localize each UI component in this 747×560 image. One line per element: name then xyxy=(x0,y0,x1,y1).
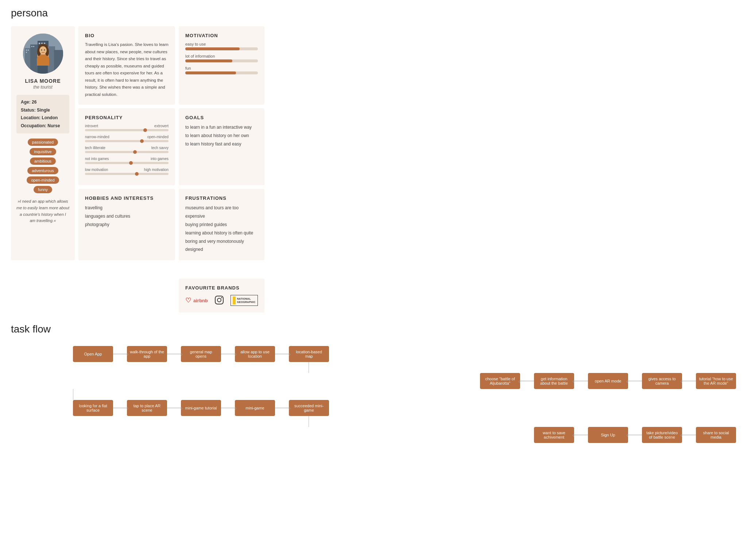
personality-card: PERSONALITY introvert extrovert narrow-m… xyxy=(78,108,175,185)
status-label: Status: xyxy=(21,108,36,113)
slider-right-label: into games xyxy=(151,157,169,161)
slider-left-label: low motivation xyxy=(85,168,108,172)
motivation-card: MOTIVATION easy to use lot of informatio… xyxy=(179,26,264,105)
flow-box[interactable]: mini-game tutorial xyxy=(181,400,221,416)
motivation-bar-bg xyxy=(185,47,258,50)
motivation-bars: easy to use lot of information fun xyxy=(185,42,258,74)
svg-point-23 xyxy=(44,50,45,51)
flow-box[interactable]: general map opens xyxy=(181,346,221,362)
flow-box[interactable]: share to social media xyxy=(696,427,736,443)
svg-point-22 xyxy=(41,50,42,51)
brands-logos: ♡ airbnb NATIONALGEOGRAPHIC xyxy=(185,295,258,306)
flow-box[interactable]: location-based map xyxy=(289,346,329,362)
profile-tag: ambitious xyxy=(30,158,56,165)
motivation-bar-fill xyxy=(185,59,232,62)
airbnb-text: airbnb xyxy=(193,298,208,303)
natgeo-logo: NATIONALGEOGRAPHIC xyxy=(231,295,258,306)
flow-arrow: ‹ xyxy=(520,381,534,381)
flow-box[interactable]: gives access to camera xyxy=(642,373,682,389)
age-value: 26 xyxy=(32,100,36,105)
taskflow-row-1: Open App›walk-through of the app›general… xyxy=(73,346,736,443)
slider-track xyxy=(85,162,169,164)
profile-card: LISA MOORE the tourist Age: 26 Status: S… xyxy=(11,26,75,260)
brands-card: FAVOURITE BRANDS ♡ airbnb NATIONALGEOGRA… xyxy=(179,279,264,312)
motivation-bar-fill xyxy=(185,47,240,50)
flow-arrow: › xyxy=(113,354,127,354)
flow-box[interactable]: open AR mode xyxy=(588,373,628,389)
avatar xyxy=(23,34,63,74)
flow-arrow: › xyxy=(221,408,235,408)
flow-box[interactable]: tap to place AR scene xyxy=(127,400,167,416)
airbnb-logo: ♡ airbnb xyxy=(185,296,208,304)
flow-box[interactable]: allow app to use location xyxy=(235,346,275,362)
flow-box[interactable]: choose "battle of Aljubarotta" xyxy=(480,373,520,389)
slider-track xyxy=(85,151,169,153)
flow-box[interactable]: looking for a flat surface xyxy=(73,400,113,416)
slider-right-label: high motivation xyxy=(144,168,169,172)
svg-rect-5 xyxy=(54,50,63,74)
flow-arrow: › xyxy=(275,354,289,354)
frustrations-items: museums and tours are too expensivebuyin… xyxy=(185,204,258,254)
personality-slider: tech illiterate tech savvy xyxy=(85,146,169,153)
motivation-bar-fill xyxy=(185,71,236,74)
natgeo-text: NATIONALGEOGRAPHIC xyxy=(237,297,256,304)
frustrations-title: FRUSTRATIONS xyxy=(185,195,258,201)
slider-right-label: tech savvy xyxy=(151,146,169,150)
goal-item: to learn about history on her own xyxy=(185,132,258,140)
profile-info: Age: 26 Status: Single Location: London … xyxy=(16,95,69,133)
personality-slider: not into games into games xyxy=(85,157,169,164)
motivation-title: MOTIVATION xyxy=(185,33,258,38)
svg-rect-21 xyxy=(37,58,49,66)
hobbies-title: HOBBIES AND INTERESTS xyxy=(85,195,169,201)
slider-left-label: tech illiterate xyxy=(85,146,105,150)
svg-rect-7 xyxy=(28,50,29,51)
flow-box[interactable]: walk-through of the app xyxy=(127,346,167,362)
slider-right-label: open-minded xyxy=(147,135,169,139)
flow-arrow: ‹ xyxy=(574,381,588,381)
profile-tag: funny xyxy=(34,186,52,193)
status-value: Single xyxy=(37,108,50,113)
frustration-item: buying printed guides xyxy=(185,221,258,229)
svg-rect-6 xyxy=(26,50,27,51)
profile-tag: adventurous xyxy=(27,167,58,174)
persona-quote: »I need an app which allows me to easily… xyxy=(16,198,69,224)
age-label: Age: xyxy=(21,100,31,105)
svg-point-25 xyxy=(217,298,221,302)
flow-arrow: ‹ xyxy=(682,381,696,381)
flow-box[interactable]: take picture/video of battle scene xyxy=(642,427,682,443)
goals-items: to learn in a fun an interactive wayto l… xyxy=(185,123,258,148)
bio-title: BIO xyxy=(85,33,169,38)
slider-left-label: introvert xyxy=(85,124,98,128)
hobby-item: photography xyxy=(85,221,169,229)
personality-slider: narrow-minded open-minded xyxy=(85,135,169,142)
airbnb-icon: ♡ xyxy=(185,296,191,304)
flow-box[interactable]: succeeded mini-game xyxy=(289,400,329,416)
flow-arrow: › xyxy=(113,408,127,408)
vert-connector-1 xyxy=(309,362,309,373)
profile-tag: passionated xyxy=(28,139,58,146)
location-label: Location: xyxy=(21,115,40,120)
flow-arrow: ‹ xyxy=(682,435,696,435)
flow-box[interactable]: get information about the battle xyxy=(534,373,574,389)
occupation-label: Occupation: xyxy=(21,123,46,128)
slider-dot xyxy=(140,139,144,143)
flow-box[interactable]: tutorial "how to use the AR mode" xyxy=(696,373,736,389)
motivation-bar-bg xyxy=(185,59,258,62)
goals-card: GOALS to learn in a fun an interactive w… xyxy=(179,108,264,185)
bio-text: Travelling is Lisa's pasion. She loves t… xyxy=(85,41,169,98)
instagram-logo xyxy=(214,295,224,306)
flow-box[interactable]: want to save achivement xyxy=(534,427,574,443)
frustration-item: learning about history is often quite bo… xyxy=(185,229,258,254)
goal-item: to learn in a fun an interactive way xyxy=(185,123,258,132)
flow-box[interactable]: Open App xyxy=(73,346,113,362)
svg-rect-8 xyxy=(26,52,27,53)
hobby-item: travelling xyxy=(85,204,169,212)
flow-row-3-boxes: looking for a flat surface›tap to place … xyxy=(73,400,736,416)
flow-row-1-boxes: Open App›walk-through of the app›general… xyxy=(73,346,736,362)
natgeo-bar xyxy=(233,296,236,304)
flow-arrow: ‹ xyxy=(628,381,642,381)
flow-box[interactable]: mini-game xyxy=(235,400,275,416)
flow-arrow: ‹ xyxy=(628,435,642,435)
svg-rect-24 xyxy=(215,296,223,304)
flow-box[interactable]: Sign Up xyxy=(588,427,628,443)
